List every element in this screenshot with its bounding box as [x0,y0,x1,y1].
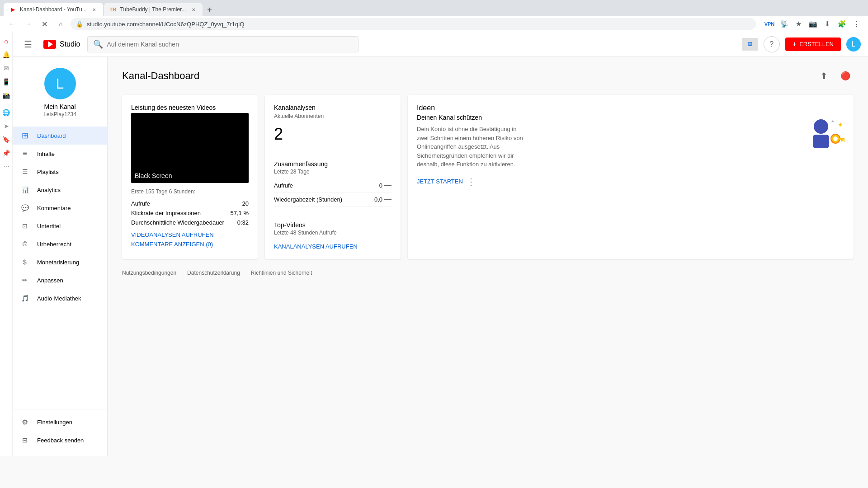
video-thumbnail[interactable]: Black Screen [131,113,249,183]
stat-label-wiedergabe: Durchschnittliche Wiedergabedauer [131,219,224,226]
tab-title-1: Kanal-Dashboard - YouTu... [20,6,87,13]
screenshot-icon[interactable]: 📷 [807,18,819,30]
sidebar-item-urheberrecht[interactable]: © Urheberrecht [13,235,107,253]
dash-icon-aufrufe: — [384,181,392,189]
sidebar-item-kommentare[interactable]: 💬 Kommentare [13,199,107,217]
lock-icon: 🔒 [76,21,83,28]
urheberrecht-icon: © [20,239,30,249]
subscribers-count: 2 [274,125,392,144]
bookmark-icon[interactable]: ★ [792,18,805,30]
rail-wapp-icon[interactable]: 📱 [1,77,11,87]
browser-tab-1[interactable]: ▶ Kanal-Dashboard - YouTu... ✕ [4,3,103,16]
footer-nutzung[interactable]: Nutzungsbedingungen [122,270,176,276]
sidebar-item-dashboard[interactable]: ⊞ Dashboard [13,127,107,145]
rail-send-icon[interactable]: ➤ [1,121,11,131]
sidebar-item-einstellungen[interactable]: ⚙ Einstellungen [13,413,107,431]
svg-text:✦: ✦ [837,121,843,129]
topbar-right: 🖼 ? + ERSTELLEN L [742,36,861,52]
sidebar-item-playlists[interactable]: ☰ Playlists [13,163,107,181]
playlists-icon: ☰ [20,167,30,177]
ideas-content: Deinen Kanal schützen Dein Konto ist ohn… [417,114,844,169]
ideas-text: Deinen Kanal schützen Dein Konto ist ohn… [417,114,530,169]
jetzt-starten-button[interactable]: JETZT STARTEN [417,178,463,185]
monetarisierung-icon: $ [20,257,30,267]
channel-analytics-card: Kanalanalysen Aktuelle Abonnenten 2 Zusa… [265,95,401,259]
kommentare-link[interactable]: KOMMENTARE ANZEIGEN (0) [131,241,249,248]
browser-menu-icon[interactable]: ⋮ [850,18,863,30]
footer-richtlinien[interactable]: Richtlinien und Sicherheit [251,270,312,276]
kanalanalysen-link[interactable]: KANALANALYSEN AUFRUFEN [274,243,392,250]
rail-globe-icon[interactable]: 🌐 [1,108,11,117]
sidebar-label-audio: Audio-Mediathek [37,295,81,302]
user-avatar[interactable]: L [846,37,861,52]
rail-insta-icon[interactable]: 📸 [1,90,11,100]
forward-button[interactable]: → [22,18,34,30]
analytics-label-wiedergabe: Wiedergabezeit (Stunden) [274,196,342,203]
youtube-logo[interactable]: Studio [43,40,80,49]
rail-dots-icon[interactable]: ⋯ [1,162,11,172]
channel-id: LetsPlay1234 [43,111,76,117]
back-button[interactable]: ← [5,18,18,30]
sidebar-item-inhalte[interactable]: ≡ Inhalte [13,145,107,163]
more-options-icon[interactable]: ⋮ [467,176,476,187]
vpn-icon[interactable]: VPN [763,18,776,30]
svg-point-3 [833,136,838,141]
search-input[interactable] [107,41,353,48]
channel-avatar[interactable]: L [44,68,76,99]
rail-pin-icon[interactable]: 📌 [1,148,11,158]
header-actions: ⬆ 🔴 [816,68,854,84]
sidebar-item-untertitel[interactable]: ⊡ Untertitel [13,217,107,235]
sidebar-item-audio[interactable]: 🎵 Audio-Mediathek [13,289,107,307]
reload-button[interactable]: ✕ [38,18,51,30]
security-illustration: ✦ ✦ [804,114,844,155]
upload-button[interactable]: ⬆ [816,68,832,84]
footer-datenschutz[interactable]: Datenschutzerklärung [187,270,240,276]
sidebar-label-urheberrecht: Urheberrecht [37,241,71,248]
sidebar-item-feedback[interactable]: ⊟ Feedback senden [13,431,107,449]
page-title: Kanal-Dashboard [122,70,199,82]
stat-value-wiedergabe: 0:32 [237,219,249,226]
analytics-row-wiedergabe: Wiedergabezeit (Stunden) 0,0 — [274,192,392,206]
sidebar-label-inhalte: Inhalte [37,150,55,157]
tab-close-1[interactable]: ✕ [90,6,98,13]
sidebar-item-analytics[interactable]: 📊 Analytics [13,181,107,199]
download-icon[interactable]: ⬇ [821,18,834,30]
cast-icon[interactable]: 📡 [778,18,790,30]
content-header: Kanal-Dashboard ⬆ 🔴 [122,68,854,84]
rail-notify-icon[interactable]: 🔔 [1,50,11,60]
avatar-letter: L [56,75,64,92]
extensions-icon[interactable]: 🧩 [835,18,848,30]
analytics-card-title: Kanalanalysen [274,104,392,111]
video-analytics-link[interactable]: VIDEOANALYSEN AUFRUFEN [131,231,249,238]
sidebar-header: L Mein Kanal LetsPlay1234 [13,61,107,127]
tab-close-2[interactable]: ✕ [190,6,197,13]
stat-value-klickrate: 57,1 % [231,210,249,216]
rail-msg-icon[interactable]: ✉ [1,63,11,73]
address-text: studio.youtube.com/channel/UCocN6zQPHQZ_… [87,21,750,28]
analytics-value-wiedergabe: 0,0 — [374,195,392,203]
search-icon: 🔍 [93,39,103,49]
live-button[interactable]: 🔴 [837,68,854,84]
create-button[interactable]: + ERSTELLEN [785,38,841,51]
thumbnail-button[interactable]: 🖼 [742,38,758,51]
tab-favicon-2: TB [109,6,117,13]
sidebar-item-anpassen[interactable]: ✏ Anpassen [13,271,107,289]
new-tab-button[interactable]: + [203,4,216,16]
divider-1 [274,153,392,153]
home-button[interactable]: ⌂ [54,18,67,30]
help-button[interactable]: ? [764,36,780,52]
rail-home-icon[interactable]: ⌂ [1,36,11,46]
svg-text:✦: ✦ [831,119,835,124]
analytics-row-aufrufe: Aufrufe 0 — [274,178,392,192]
stat-label-klickrate: Klickrate der Impressionen [131,210,201,216]
sidebar-label-analytics: Analytics [37,187,61,193]
top-videos-period: Letzte 48 Stunden Aufrufe [274,230,392,236]
menu-button[interactable]: ☰ [20,36,36,52]
svg-rect-6 [841,140,843,141]
sidebar-item-monetarisierung[interactable]: $ Monetarisierung [13,253,107,271]
browser-tab-2[interactable]: TB TubeBuddy | The Premier... ✕ [104,3,203,16]
svg-point-0 [814,119,828,134]
rail-bookmark-icon[interactable]: 🔖 [1,135,11,145]
avatar-initial: L [852,40,856,48]
address-bar[interactable]: 🔒 studio.youtube.com/channel/UCocN6zQPHQ… [71,18,756,30]
